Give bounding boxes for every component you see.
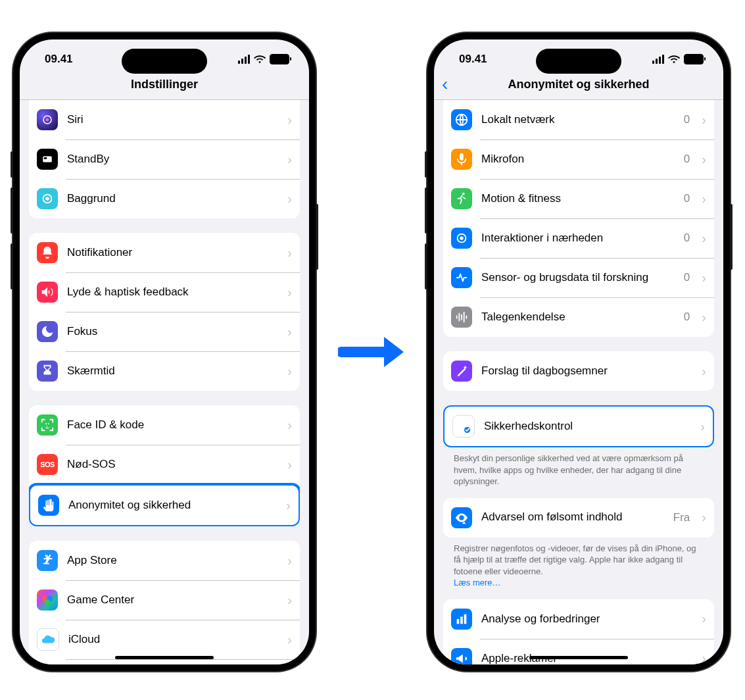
privacy-group-safety: Sikkerhedskontrol › <box>443 405 714 447</box>
row-notifications[interactable]: Notifikationer › <box>29 233 300 272</box>
row-label: Siri <box>67 113 278 126</box>
privacy-group-sensitive: Advarsel om følsomt indhold Fra › <box>443 498 714 538</box>
row-wallpaper[interactable]: Baggrund › <box>29 179 300 218</box>
row-microphone[interactable]: Mikrofon 0 › <box>443 139 714 179</box>
settings-group-3: Face ID & kode › SOS Nød-SOS › Anonymite… <box>29 405 300 526</box>
svg-point-8 <box>44 599 50 605</box>
chevron-right-icon: › <box>702 310 706 325</box>
row-nearby[interactable]: Interaktioner i nærheden 0 › <box>443 218 714 258</box>
row-standby[interactable]: StandBy › <box>29 139 300 179</box>
battery-icon <box>684 54 704 64</box>
waveform-icon <box>451 307 472 328</box>
row-privacy[interactable]: Anonymitet og sikkerhed › <box>29 483 300 526</box>
settings-group-2: Notifikationer › Lyde & haptisk feedback… <box>29 233 300 391</box>
row-siri[interactable]: Siri › <box>29 100 300 139</box>
safety-footer: Beskyt din personlige sikkerhed ved at v… <box>443 447 714 488</box>
row-safety-check[interactable]: Sikkerhedskontrol › <box>443 405 714 447</box>
chevron-right-icon: › <box>702 231 706 246</box>
chevron-right-icon: › <box>702 113 706 128</box>
row-trail: 0 <box>684 232 690 245</box>
phone-left: 09.41 Indstillinger Siri › StandBy › <box>13 33 316 671</box>
learn-more-link[interactable]: Læs mere… <box>454 578 501 588</box>
svg-point-5 <box>45 197 49 201</box>
dynamic-island <box>122 49 207 74</box>
chevron-right-icon: › <box>287 593 292 608</box>
nav-bar: Indstillinger <box>20 71 309 100</box>
chevron-right-icon: › <box>700 419 705 434</box>
row-speech[interactable]: Talegenkendelse 0 › <box>443 297 714 337</box>
row-journal-suggest[interactable]: Forslag til dagbogsemner › <box>443 351 714 391</box>
row-wallet[interactable]: Wallet & Apple Pay › <box>29 659 300 664</box>
row-sounds[interactable]: Lyde & haptisk feedback › <box>29 272 300 312</box>
chevron-right-icon: › <box>287 152 292 167</box>
siri-icon <box>37 109 58 130</box>
row-icloud[interactable]: iCloud › <box>29 620 300 659</box>
svg-rect-20 <box>457 619 460 624</box>
privacy-group-top: Lokalt netværk 0 › Mikrofon 0 › Motion &… <box>443 100 714 337</box>
globe-icon <box>451 109 472 130</box>
wifi-icon <box>668 55 680 64</box>
chevron-right-icon: › <box>287 364 292 379</box>
row-label: Lokalt netværk <box>481 113 675 126</box>
hourglass-icon <box>37 361 58 382</box>
page-title: Indstillinger <box>131 78 198 91</box>
chevron-right-icon: › <box>287 553 292 568</box>
chevron-right-icon: › <box>287 418 292 433</box>
privacy-group-analytics: Analyse og forbedringer › Apple-reklamer… <box>443 599 714 664</box>
svg-rect-3 <box>44 157 47 159</box>
standby-icon <box>37 149 58 170</box>
svg-rect-2 <box>43 157 52 162</box>
row-label: Sikkerhedskontrol <box>484 420 691 433</box>
row-gamecenter[interactable]: Game Center › <box>29 580 300 620</box>
row-faceid[interactable]: Face ID & kode › <box>29 405 300 445</box>
battery-icon <box>270 54 289 64</box>
row-label: Nød-SOS <box>67 458 278 471</box>
row-label: Anonymitet og sikkerhed <box>68 499 277 512</box>
row-focus[interactable]: Fokus › <box>29 312 300 351</box>
gamecenter-icon <box>37 589 58 611</box>
row-local-network[interactable]: Lokalt netværk 0 › <box>443 100 714 139</box>
chevron-right-icon: › <box>702 611 706 626</box>
svg-rect-21 <box>460 616 463 624</box>
privacy-scroll[interactable]: Lokalt netværk 0 › Mikrofon 0 › Motion &… <box>434 100 723 664</box>
status-time: 09.41 <box>45 53 73 66</box>
faceid-icon <box>37 414 58 436</box>
row-label: Baggrund <box>67 192 278 205</box>
row-sos[interactable]: SOS Nød-SOS › <box>29 445 300 484</box>
row-appstore[interactable]: App Store › <box>29 541 300 580</box>
row-apple-ads[interactable]: Apple-reklamer › <box>443 639 714 664</box>
microphone-icon <box>451 149 472 170</box>
moon-icon <box>37 321 58 342</box>
home-indicator <box>115 656 214 659</box>
row-trail: 0 <box>684 153 690 166</box>
svg-point-18 <box>460 421 465 426</box>
wallpaper-icon <box>37 188 58 209</box>
cloud-icon <box>37 628 59 651</box>
page-title: Anonymitet og sikkerhed <box>508 78 649 91</box>
row-trail: 0 <box>684 192 690 205</box>
row-label: Analyse og forbedringer <box>481 612 692 626</box>
person-check-icon <box>452 415 475 438</box>
chevron-right-icon: › <box>287 245 292 261</box>
status-time: 09.41 <box>459 53 487 66</box>
sensor-icon <box>451 267 472 288</box>
chart-icon <box>451 609 472 630</box>
row-trail: Fra <box>673 511 690 524</box>
row-sensitive-content[interactable]: Advarsel om følsomt indhold Fra › <box>443 498 714 538</box>
row-sensor[interactable]: Sensor- og brugsdata til forskning 0 › <box>443 258 714 297</box>
back-button[interactable]: ‹ <box>442 76 448 92</box>
row-screentime[interactable]: Skærmtid › <box>29 351 300 391</box>
arrow-indicator <box>338 329 410 375</box>
eye-warning-icon <box>451 507 472 528</box>
bell-icon <box>37 242 58 263</box>
chevron-right-icon: › <box>702 651 706 664</box>
chevron-right-icon: › <box>702 191 706 207</box>
row-label: Lyde & haptisk feedback <box>67 286 278 299</box>
row-label: Interaktioner i nærheden <box>481 232 675 245</box>
row-label: Game Center <box>67 593 278 607</box>
settings-scroll[interactable]: Siri › StandBy › Baggrund › Notifikati <box>20 100 309 664</box>
row-analytics[interactable]: Analyse og forbedringer › <box>443 599 714 639</box>
chevron-right-icon: › <box>287 285 292 300</box>
row-motion[interactable]: Motion & fitness 0 › <box>443 179 714 218</box>
row-label: App Store <box>67 554 278 567</box>
